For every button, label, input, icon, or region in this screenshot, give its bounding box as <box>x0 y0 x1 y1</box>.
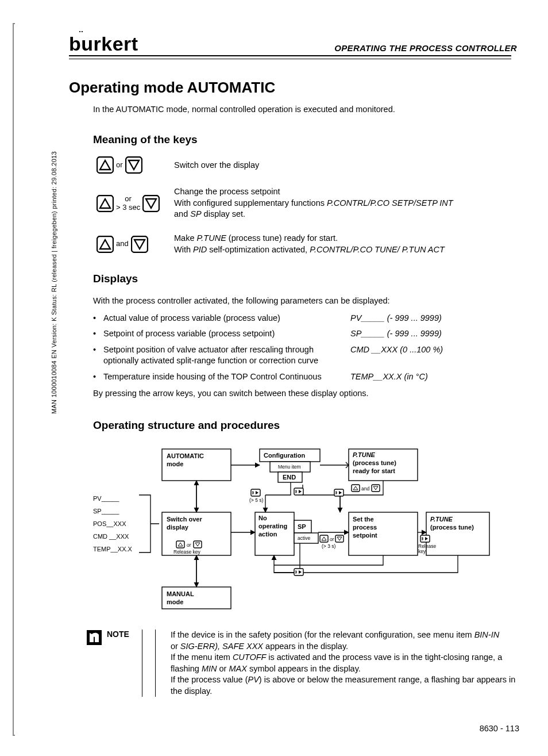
svg-text:Set the: Set the <box>353 516 374 523</box>
heading-structure: Operating structure and procedures <box>93 419 517 432</box>
svg-text:Configuration: Configuration <box>264 452 305 459</box>
svg-text:P.TUNE: P.TUNE <box>353 451 376 458</box>
svg-text:action: action <box>258 531 277 538</box>
svg-text:Switch over: Switch over <box>167 516 202 523</box>
svg-text:END: END <box>283 474 296 481</box>
svg-rect-45 <box>176 541 184 548</box>
svg-text:or: or <box>330 536 334 542</box>
svg-text:and: and <box>361 486 369 492</box>
displays-intro: With the process controller activated, t… <box>93 296 517 307</box>
svg-text:display: display <box>167 524 189 531</box>
crop-mark <box>13 23 15 736</box>
arrow-down-key-icon <box>142 195 160 212</box>
rule <box>69 59 511 59</box>
svg-text:(> 3 s): (> 3 s) <box>322 543 335 549</box>
svg-text:(process tune): (process tune) <box>430 524 474 531</box>
arrow-up-key-icon <box>97 156 114 174</box>
heading-displays: Displays <box>93 273 517 285</box>
rule <box>69 55 511 56</box>
svg-text:SP_____: SP_____ <box>93 508 119 515</box>
svg-rect-47 <box>194 541 202 548</box>
note-block: NOTE If the device is in the safety posi… <box>86 630 517 697</box>
svg-rect-53 <box>352 485 360 492</box>
svg-text:PV_____: PV_____ <box>93 495 119 502</box>
key-between-label: or> 3 sec <box>116 195 140 212</box>
section-title: OPERATING THE PROCESS CONTROLLER <box>334 43 517 53</box>
brand-logo: ¨ burkert <box>69 34 138 53</box>
displays-tail: By pressing the arrow keys, you can swit… <box>93 388 517 400</box>
svg-rect-55 <box>372 485 380 492</box>
svg-text:ready for start: ready for start <box>353 467 395 474</box>
svg-rect-56 <box>320 535 328 542</box>
svg-text:Menu item: Menu item <box>278 464 301 470</box>
key-between-label: and <box>116 240 129 248</box>
svg-text:SP: SP <box>298 523 306 530</box>
key-desc: Change the process setpoint With configu… <box>174 186 453 220</box>
svg-text:(process tune): (process tune) <box>353 459 396 466</box>
svg-text:P.TUNE: P.TUNE <box>430 516 453 523</box>
key-row: and Make P.TUNE (process tune) ready for… <box>97 233 517 255</box>
note-hand-icon <box>86 630 102 646</box>
svg-text:AUTOMATIC: AUTOMATIC <box>167 452 204 459</box>
svg-text:Release key: Release key <box>173 549 201 555</box>
svg-text:key: key <box>418 548 426 554</box>
arrow-down-key-icon <box>131 236 148 253</box>
list-item: Temperature inside housing of the TOP Co… <box>93 371 517 383</box>
display-list: Actual value of process variable (proces… <box>93 313 517 383</box>
side-meta-text: MAN 1000010084 EN Version: K Status: RL … <box>51 151 57 414</box>
svg-text:(> 5 s): (> 5 s) <box>249 497 263 503</box>
page-header: ¨ burkert OPERATING THE PROCESS CONTROLL… <box>69 34 517 53</box>
svg-text:No: No <box>258 515 267 521</box>
intro-text: In the AUTOMATIC mode, normal controlled… <box>93 105 517 114</box>
svg-text:TEMP__XX.X: TEMP__XX.X <box>93 546 133 552</box>
note-text: If the device is in the safety position … <box>165 630 517 697</box>
svg-text:CMD __XXX: CMD __XXX <box>93 533 129 540</box>
note-label: NOTE <box>107 630 129 639</box>
svg-text:POS__XXX: POS__XXX <box>93 520 126 527</box>
svg-text:mode: mode <box>167 460 183 467</box>
svg-text:setpoint: setpoint <box>353 532 377 539</box>
svg-rect-58 <box>335 535 344 542</box>
svg-text:or: or <box>187 542 191 548</box>
arrow-up-key-icon <box>97 236 114 253</box>
key-desc: Make P.TUNE (process tune) ready for sta… <box>174 233 445 255</box>
list-item: Setpoint position of valve actuator afte… <box>93 344 517 367</box>
svg-text:active: active <box>298 535 310 541</box>
key-row: or Switch over the display <box>97 156 517 174</box>
key-between-label: or <box>116 161 123 169</box>
svg-rect-64 <box>87 630 102 645</box>
heading-keys: Meaning of the keys <box>93 133 517 146</box>
svg-text:MANUAL: MANUAL <box>167 590 194 597</box>
key-row: or> 3 sec Change the process setpoint Wi… <box>97 186 517 220</box>
list-item: Setpoint of process variable (process se… <box>93 328 517 340</box>
svg-text:mode: mode <box>167 598 183 605</box>
page-title: Operating mode AUTOMATIC <box>69 79 517 97</box>
svg-text:operating: operating <box>258 523 287 529</box>
key-desc: Switch over the display <box>174 160 259 171</box>
page-footer: 8630 - 113 <box>480 724 519 733</box>
list-item: Actual value of process variable (proces… <box>93 313 517 324</box>
arrow-up-key-icon <box>97 195 114 212</box>
operating-structure-diagram: .bx{fill:#fff;stroke:#000;stroke-width:1… <box>93 443 517 612</box>
arrow-down-key-icon <box>125 156 142 174</box>
svg-text:process: process <box>353 524 377 531</box>
